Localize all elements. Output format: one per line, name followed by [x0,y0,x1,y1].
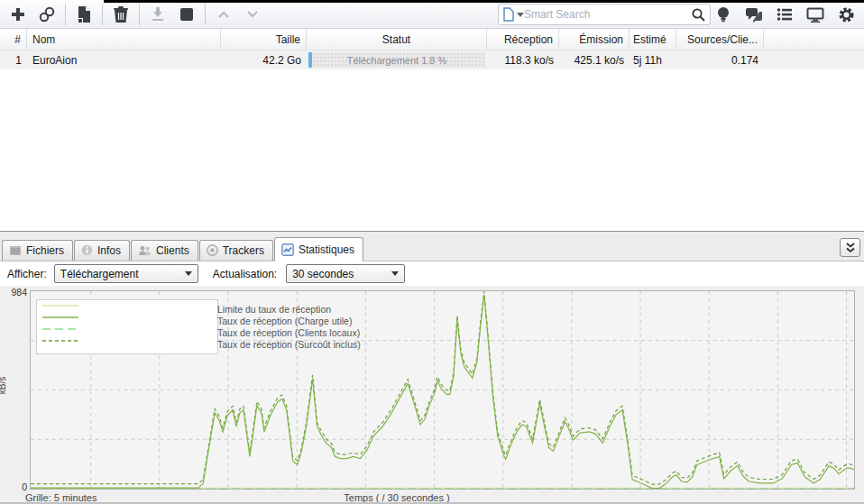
column-header-num[interactable]: # [0,29,27,50]
stop-download-button[interactable] [174,3,199,26]
collapse-panel-button[interactable] [840,238,860,257]
double-chevron-down-icon [846,243,855,253]
actualisation-value: 30 secondes [292,268,354,280]
afficher-select[interactable]: Téléchargement [54,264,198,283]
detail-tabstrip: Fichiers Infos Clients [0,231,864,261]
stats-chart-panel: 984 kB/s 0 Limite du taux de réceptionTa… [0,286,864,504]
column-header-sources[interactable]: Sources/Clie... [676,29,764,50]
legend-item: Taux de réception (Charge utile) [42,315,212,326]
y-axis-unit-label: kB/s [0,377,7,394]
stats-plot-area: Limite du taux de réceptionTaux de récep… [30,290,855,490]
column-header-emission[interactable]: Émission [559,29,630,50]
tab-fichiers[interactable]: Fichiers [2,240,73,261]
actualisation-label: Actualisation: [213,268,277,280]
row-emission: 425.1 ko/s [559,50,630,69]
tab-infos[interactable]: Infos [74,240,130,261]
list-view-icon[interactable] [772,3,797,26]
beta-lightbulb-icon[interactable] [711,3,736,26]
tab-label: Statistiques [299,243,354,256]
column-header-reception[interactable]: Réception [487,29,559,50]
peers-icon [138,245,152,256]
row-reception: 118.3 ko/s [487,50,559,69]
legend-item: Taux de réception (Clients locaux) [42,326,212,338]
info-icon [81,244,93,256]
progress-fill [308,52,312,68]
progress-bar: Téléchargement 1.8 % [308,52,485,68]
tab-clients[interactable]: Clients [131,240,198,261]
tab-label: Trackers [223,244,264,257]
start-download-button[interactable] [145,3,170,26]
y-axis-max-label: 984 [2,287,27,298]
legend-item: Limite du taux de réception [42,303,212,315]
table-row[interactable]: 1 EuroAion 42.2 Go Téléchargement 1.8 % … [0,50,864,69]
column-header-status[interactable]: Statut [307,29,487,50]
column-header-filler [764,29,864,50]
vuze-window: # Nom Taille Statut Réception Émission E… [0,0,864,504]
tracker-icon [207,244,218,256]
toolbar-right-icons [711,3,859,26]
move-down-button[interactable] [240,3,265,26]
actualisation-select[interactable]: 30 secondes [286,264,405,283]
tab-label: Fichiers [26,244,64,257]
y-axis-min-label: 0 [7,481,27,492]
column-header-estimated[interactable]: Estimé [630,29,676,50]
search-box[interactable] [498,4,711,25]
chat-icon[interactable] [741,3,767,26]
chart-legend: Limite du taux de réceptionTaux de récep… [36,299,218,354]
remove-torrent-button[interactable] [108,3,133,26]
stats-filter-row: Afficher: Téléchargement Actualisation: … [0,261,864,286]
remote-monitor-icon[interactable] [803,3,828,26]
dropdown-caret-icon [185,271,192,276]
torrent-table-header: # Nom Taille Statut Réception Émission E… [0,29,864,50]
move-up-button[interactable] [211,3,236,26]
stats-icon [281,243,294,256]
search-icon[interactable] [691,7,706,23]
main-toolbar [0,0,864,29]
row-num: 1 [0,50,27,69]
row-status: Téléchargement 1.8 % [307,50,487,69]
search-scope-icon[interactable] [502,7,515,22]
search-scope-caret-icon[interactable] [517,13,524,17]
tab-statistiques[interactable]: Statistiques [274,237,363,261]
column-header-name[interactable]: Nom [27,29,221,50]
afficher-label: Afficher: [7,268,47,280]
toolbar-group-add [0,3,65,26]
dropdown-caret-icon [391,271,399,276]
add-link-button[interactable] [34,3,60,26]
files-icon [9,245,22,256]
tab-trackers[interactable]: Trackers [199,240,273,261]
progress-label: Téléchargement 1.8 % [347,55,447,66]
legend-item: Taux de réception (Surcoût inclus) [42,338,212,350]
window-top-edge [104,0,864,3]
row-size: 42.2 Go [221,50,307,69]
tab-label: Clients [156,244,189,257]
open-torrent-file-button[interactable] [71,3,97,26]
row-name: EuroAion [27,50,221,69]
column-header-size[interactable]: Taille [221,29,307,50]
search-input[interactable] [524,8,691,21]
add-torrent-button[interactable] [5,3,31,26]
afficher-value: Téléchargement [60,268,139,280]
row-estimated: 5j 11h [630,50,676,69]
settings-gear-icon[interactable] [833,3,859,26]
row-sources: 0.174 [676,50,764,69]
tab-label: Infos [97,244,121,257]
